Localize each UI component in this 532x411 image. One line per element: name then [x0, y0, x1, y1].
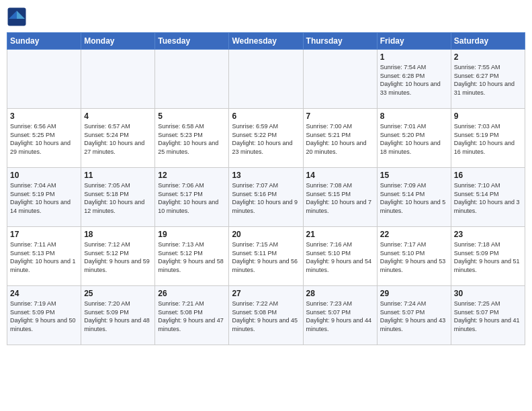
page-header: [7, 7, 525, 27]
day-number: 30: [454, 289, 522, 298]
day-number: 23: [454, 230, 522, 239]
column-header-sunday: Sunday: [7, 33, 81, 50]
calendar-cell: 12Sunrise: 7:06 AM Sunset: 5:17 PM Dayli…: [155, 168, 229, 227]
day-number: 17: [10, 230, 78, 239]
calendar-cell: 24Sunrise: 7:19 AM Sunset: 5:09 PM Dayli…: [7, 286, 81, 345]
calendar-week-1: 1Sunrise: 7:54 AM Sunset: 6:28 PM Daylig…: [7, 50, 525, 109]
calendar-cell: 28Sunrise: 7:23 AM Sunset: 5:07 PM Dayli…: [303, 286, 377, 345]
logo-icon: [7, 7, 27, 27]
day-number: 13: [232, 171, 300, 180]
day-info: Sunrise: 7:10 AM Sunset: 5:14 PM Dayligh…: [454, 181, 522, 215]
day-info: Sunrise: 7:00 AM Sunset: 5:21 PM Dayligh…: [306, 122, 374, 156]
day-number: 22: [380, 230, 448, 239]
calendar-cell: 22Sunrise: 7:17 AM Sunset: 5:10 PM Dayli…: [377, 227, 451, 286]
day-info: Sunrise: 7:17 AM Sunset: 5:10 PM Dayligh…: [380, 240, 448, 274]
day-number: 20: [232, 230, 300, 239]
day-info: Sunrise: 7:08 AM Sunset: 5:15 PM Dayligh…: [306, 181, 374, 215]
calendar-cell: 25Sunrise: 7:20 AM Sunset: 5:09 PM Dayli…: [81, 286, 155, 345]
calendar-week-2: 3Sunrise: 6:56 AM Sunset: 5:25 PM Daylig…: [7, 109, 525, 168]
calendar-cell: 2Sunrise: 7:55 AM Sunset: 6:27 PM Daylig…: [451, 50, 525, 109]
day-info: Sunrise: 6:58 AM Sunset: 5:23 PM Dayligh…: [158, 122, 226, 156]
calendar-cell: 15Sunrise: 7:09 AM Sunset: 5:14 PM Dayli…: [377, 168, 451, 227]
calendar-cell: 6Sunrise: 6:59 AM Sunset: 5:22 PM Daylig…: [229, 109, 303, 168]
day-info: Sunrise: 7:05 AM Sunset: 5:18 PM Dayligh…: [84, 181, 152, 215]
day-info: Sunrise: 7:15 AM Sunset: 5:11 PM Dayligh…: [232, 240, 300, 274]
calendar-cell: 23Sunrise: 7:18 AM Sunset: 5:09 PM Dayli…: [451, 227, 525, 286]
column-header-friday: Friday: [377, 33, 451, 50]
day-info: Sunrise: 7:21 AM Sunset: 5:08 PM Dayligh…: [158, 300, 226, 333]
day-number: 14: [306, 171, 374, 180]
day-number: 7: [306, 111, 374, 121]
calendar-header-row: SundayMondayTuesdayWednesdayThursdayFrid…: [7, 33, 525, 50]
column-header-saturday: Saturday: [451, 33, 525, 50]
day-number: 5: [158, 111, 226, 121]
calendar-cell: 7Sunrise: 7:00 AM Sunset: 5:21 PM Daylig…: [303, 109, 377, 168]
day-info: Sunrise: 7:20 AM Sunset: 5:09 PM Dayligh…: [84, 300, 152, 333]
day-number: 26: [158, 289, 226, 298]
day-number: 15: [380, 171, 448, 180]
calendar-cell: [7, 50, 81, 109]
column-header-wednesday: Wednesday: [229, 33, 303, 50]
day-info: Sunrise: 7:06 AM Sunset: 5:17 PM Dayligh…: [158, 181, 226, 215]
day-number: 9: [454, 111, 522, 121]
calendar-cell: [155, 50, 229, 109]
calendar-cell: 17Sunrise: 7:11 AM Sunset: 5:13 PM Dayli…: [7, 227, 81, 286]
day-number: 3: [10, 111, 78, 121]
column-header-thursday: Thursday: [303, 33, 377, 50]
day-info: Sunrise: 7:04 AM Sunset: 5:19 PM Dayligh…: [10, 181, 78, 215]
day-info: Sunrise: 7:24 AM Sunset: 5:07 PM Dayligh…: [380, 300, 448, 333]
calendar-cell: 16Sunrise: 7:10 AM Sunset: 5:14 PM Dayli…: [451, 168, 525, 227]
calendar-week-4: 17Sunrise: 7:11 AM Sunset: 5:13 PM Dayli…: [7, 227, 525, 286]
calendar-cell: 3Sunrise: 6:56 AM Sunset: 5:25 PM Daylig…: [7, 109, 81, 168]
day-number: 19: [158, 230, 226, 239]
day-info: Sunrise: 7:11 AM Sunset: 5:13 PM Dayligh…: [10, 240, 78, 274]
column-header-tuesday: Tuesday: [155, 33, 229, 50]
day-info: Sunrise: 6:56 AM Sunset: 5:25 PM Dayligh…: [10, 122, 78, 156]
calendar-cell: [81, 50, 155, 109]
day-number: 24: [10, 289, 78, 298]
calendar-week-5: 24Sunrise: 7:19 AM Sunset: 5:09 PM Dayli…: [7, 286, 525, 345]
calendar-cell: 27Sunrise: 7:22 AM Sunset: 5:08 PM Dayli…: [229, 286, 303, 345]
day-number: 12: [158, 171, 226, 180]
calendar-cell: 5Sunrise: 6:58 AM Sunset: 5:23 PM Daylig…: [155, 109, 229, 168]
calendar-cell: [229, 50, 303, 109]
day-info: Sunrise: 7:03 AM Sunset: 5:19 PM Dayligh…: [454, 122, 522, 156]
day-info: Sunrise: 6:57 AM Sunset: 5:24 PM Dayligh…: [84, 122, 152, 156]
day-info: Sunrise: 7:07 AM Sunset: 5:16 PM Dayligh…: [232, 181, 300, 215]
day-info: Sunrise: 7:09 AM Sunset: 5:14 PM Dayligh…: [380, 181, 448, 215]
day-info: Sunrise: 7:54 AM Sunset: 6:28 PM Dayligh…: [380, 63, 448, 97]
day-number: 25: [84, 289, 152, 298]
calendar-cell: 26Sunrise: 7:21 AM Sunset: 5:08 PM Dayli…: [155, 286, 229, 345]
calendar-cell: 29Sunrise: 7:24 AM Sunset: 5:07 PM Dayli…: [377, 286, 451, 345]
calendar-cell: 4Sunrise: 6:57 AM Sunset: 5:24 PM Daylig…: [81, 109, 155, 168]
day-info: Sunrise: 7:01 AM Sunset: 5:20 PM Dayligh…: [380, 122, 448, 156]
calendar-cell: 9Sunrise: 7:03 AM Sunset: 5:19 PM Daylig…: [451, 109, 525, 168]
day-info: Sunrise: 7:13 AM Sunset: 5:12 PM Dayligh…: [158, 240, 226, 274]
calendar-cell: 8Sunrise: 7:01 AM Sunset: 5:20 PM Daylig…: [377, 109, 451, 168]
calendar-cell: 13Sunrise: 7:07 AM Sunset: 5:16 PM Dayli…: [229, 168, 303, 227]
calendar-cell: 20Sunrise: 7:15 AM Sunset: 5:11 PM Dayli…: [229, 227, 303, 286]
calendar-cell: [303, 50, 377, 109]
day-info: Sunrise: 6:59 AM Sunset: 5:22 PM Dayligh…: [232, 122, 300, 156]
day-info: Sunrise: 7:55 AM Sunset: 6:27 PM Dayligh…: [454, 63, 522, 97]
logo: [7, 7, 30, 27]
day-info: Sunrise: 7:18 AM Sunset: 5:09 PM Dayligh…: [454, 240, 522, 274]
day-number: 18: [84, 230, 152, 239]
day-number: 8: [380, 111, 448, 121]
day-info: Sunrise: 7:22 AM Sunset: 5:08 PM Dayligh…: [232, 300, 300, 333]
calendar-cell: 19Sunrise: 7:13 AM Sunset: 5:12 PM Dayli…: [155, 227, 229, 286]
day-number: 4: [84, 111, 152, 121]
day-number: 2: [454, 52, 522, 62]
day-number: 29: [380, 289, 448, 298]
day-info: Sunrise: 7:23 AM Sunset: 5:07 PM Dayligh…: [306, 300, 374, 333]
day-number: 10: [10, 171, 78, 180]
calendar-week-3: 10Sunrise: 7:04 AM Sunset: 5:19 PM Dayli…: [7, 168, 525, 227]
day-info: Sunrise: 7:19 AM Sunset: 5:09 PM Dayligh…: [10, 300, 78, 333]
day-number: 21: [306, 230, 374, 239]
day-info: Sunrise: 7:16 AM Sunset: 5:10 PM Dayligh…: [306, 240, 374, 274]
calendar-cell: 18Sunrise: 7:12 AM Sunset: 5:12 PM Dayli…: [81, 227, 155, 286]
day-info: Sunrise: 7:25 AM Sunset: 5:07 PM Dayligh…: [454, 300, 522, 333]
calendar-cell: 30Sunrise: 7:25 AM Sunset: 5:07 PM Dayli…: [451, 286, 525, 345]
calendar-cell: 14Sunrise: 7:08 AM Sunset: 5:15 PM Dayli…: [303, 168, 377, 227]
calendar-cell: 10Sunrise: 7:04 AM Sunset: 5:19 PM Dayli…: [7, 168, 81, 227]
